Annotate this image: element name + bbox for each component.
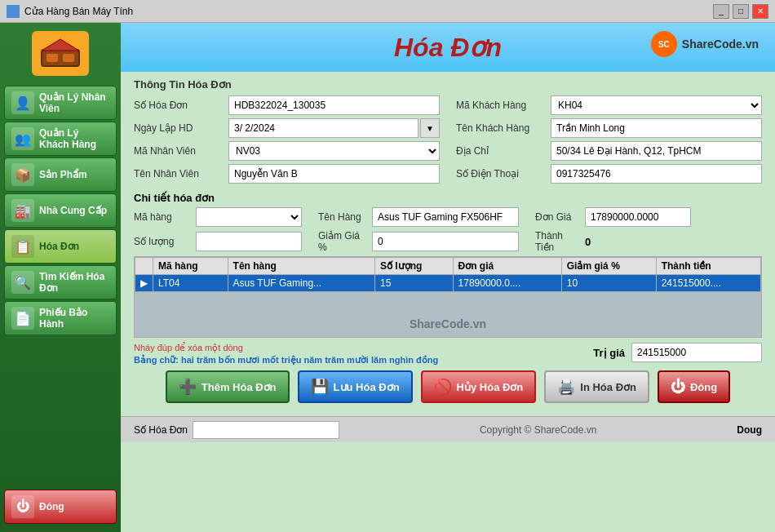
page-title: Hóa Đơn <box>394 32 502 63</box>
detail-table-wrapper: Mã hàng Tên hàng Số lượng Đơn giá Giảm g… <box>134 256 762 338</box>
ten-khach-hang-row: Tên Khách Hàng <box>456 118 762 138</box>
ten-khach-hang-label: Tên Khách Hàng <box>456 122 546 134</box>
col-thanh-tien: Thành tiền <box>656 258 760 275</box>
sidebar-label-nhan-vien: Quản Lý Nhân Viên <box>39 91 109 114</box>
sidebar-item-nhan-vien[interactable]: 👤 Quản Lý Nhân Viên <box>4 86 117 120</box>
copyright-text: Copyright © ShareCode.vn <box>346 424 730 436</box>
ma-hang-label: Mã hàng <box>134 211 191 223</box>
title-bar: Cửa Hàng Bán Máy Tính _ □ ✕ <box>0 0 775 23</box>
in-hoa-don-button[interactable]: 🖨️ In Hóa Đơn <box>544 370 649 403</box>
row-ma-hang: LT04 <box>153 275 228 292</box>
maximize-button[interactable]: □ <box>733 4 749 19</box>
minimize-button[interactable]: _ <box>713 4 729 19</box>
bottom-bar: Số Hóa Đơn Copyright © ShareCode.vn Doug <box>121 416 775 442</box>
ten-hang-col: Tên Hàng <box>318 207 519 227</box>
dia-chi-input[interactable] <box>551 141 762 161</box>
giam-gia-label: Giảm Giá % <box>318 230 367 253</box>
sidebar-label-tim-kiem: Tìm Kiếm Hóa Đơn <box>39 271 109 294</box>
ten-khach-hang-input[interactable] <box>551 118 762 138</box>
dong-icon: ⏻ <box>671 379 685 396</box>
dong-button[interactable]: ⏻ Đóng <box>658 370 730 403</box>
logo-icon <box>40 38 81 70</box>
hint-area: Nháy đúp để xóa một dòng Bảng chữ: hai t… <box>134 343 438 370</box>
tim-kiem-icon: 🔍 <box>11 271 34 294</box>
bao-hanh-icon: 📄 <box>11 307 34 330</box>
col-ten-hang: Tên hàng <box>228 258 374 275</box>
form-right-col: Mã Khách Hàng KH04 Tên Khách Hàng Địa Ch… <box>456 95 762 187</box>
ngay-lap-input[interactable] <box>228 118 418 138</box>
sidebar-logo <box>32 31 89 76</box>
sidebar-label-bao-hanh: Phiếu Bảo Hành <box>39 307 109 330</box>
sidebar: 👤 Quản Lý Nhân Viên 👥 Quản Lý Khách Hàng… <box>0 23 121 532</box>
sidebar-item-hoa-don[interactable]: 📋 Hóa Đơn <box>4 229 117 264</box>
sidebar-item-nha-cung-cap[interactable]: 🏭 Nhà Cung Cấp <box>4 193 117 228</box>
them-label: Thêm Hóa Đơn <box>202 381 277 393</box>
ten-hang-label: Tên Hàng <box>318 211 367 223</box>
thong-tin-section-title: Thông Tin Hóa Đơn <box>134 78 762 91</box>
don-gia-label: Đơn Giá <box>535 211 580 223</box>
sidebar-item-tim-kiem[interactable]: 🔍 Tìm Kiếm Hóa Đơn <box>4 265 117 299</box>
huy-icon: 🚫 <box>434 378 452 396</box>
user-name: Doug <box>737 424 762 436</box>
them-icon: ➕ <box>179 378 197 396</box>
sharecode-text: ShareCode.vn <box>682 38 759 51</box>
form-grid: Số Hóa Đơn Ngày Lập HD ▼ Mã Nhân Viên <box>134 95 762 187</box>
thanh-tien-col: Thành Tiền 0 <box>535 230 591 253</box>
page-header: Hóa Đơn SC ShareCode.vn <box>121 23 775 72</box>
ngay-lap-wrapper: ▼ <box>228 118 440 138</box>
giam-gia-input[interactable] <box>372 232 519 251</box>
row-so-luong: 15 <box>374 275 453 292</box>
so-dien-thoai-input[interactable] <box>551 164 762 184</box>
window-controls: _ □ ✕ <box>713 4 768 19</box>
date-picker-button[interactable]: ▼ <box>420 118 440 138</box>
app-icon <box>7 5 20 18</box>
ngay-lap-label: Ngày Lập HD <box>134 122 224 134</box>
table-watermark: ShareCode.vn <box>410 317 486 330</box>
sidebar-item-san-pham[interactable]: 📦 Sản Phẩm <box>4 157 117 192</box>
luu-label: Lưu Hóa Đơn <box>334 381 400 393</box>
sidebar-item-khach-hang[interactable]: 👥 Quản Lý Khách Hàng <box>4 122 117 156</box>
dong-sidebar-icon: ⏻ <box>11 495 34 518</box>
ten-nhan-vien-input[interactable] <box>228 164 440 184</box>
so-dien-thoai-label: Số Điện Thoại <box>456 168 546 180</box>
giam-gia-col: Giảm Giá % <box>318 230 519 253</box>
bang-chu-text: Bảng chữ: hai trăm bốn mươi mốt triệu nă… <box>134 355 438 366</box>
so-hd-bottom-input[interactable] <box>193 421 339 439</box>
sidebar-dong-button[interactable]: ⏻ Đóng <box>4 490 117 524</box>
nhan-vien-icon: 👤 <box>11 91 34 114</box>
svg-rect-2 <box>63 54 74 62</box>
don-gia-input[interactable] <box>585 207 691 227</box>
row-ten-hang: Asus TUF Gaming... <box>228 275 374 292</box>
col-arrow <box>135 258 153 275</box>
tri-gia-label: Trị giá <box>593 347 625 359</box>
ma-hang-select[interactable] <box>196 207 302 227</box>
so-luong-input[interactable] <box>196 232 302 251</box>
hoa-don-icon: 📋 <box>11 235 34 258</box>
khach-hang-icon: 👥 <box>11 127 34 150</box>
so-hoa-don-input[interactable] <box>228 95 440 115</box>
them-hoa-don-button[interactable]: ➕ Thêm Hóa Đơn <box>166 370 290 403</box>
sidebar-label-san-pham: Sản Phẩm <box>39 169 87 180</box>
ten-hang-input[interactable] <box>372 207 519 227</box>
thanh-tien-value: 0 <box>585 236 591 248</box>
table-row[interactable]: ▶ LT04 Asus TUF Gaming... 15 17890000.0.… <box>135 275 761 292</box>
sidebar-bottom: ⏻ Đóng <box>4 490 117 524</box>
sidebar-item-bao-hanh[interactable]: 📄 Phiếu Bảo Hành <box>4 301 117 335</box>
form-area: Thông Tin Hóa Đơn Số Hóa Đơn Ngày Lập HD… <box>121 72 775 416</box>
in-icon: 🖨️ <box>557 378 575 396</box>
ma-nhan-vien-label: Mã Nhân Viên <box>134 145 224 157</box>
so-hoa-don-bottom: Số Hóa Đơn <box>134 421 339 439</box>
row-arrow: ▶ <box>135 275 153 292</box>
ma-khach-hang-row: Mã Khách Hàng KH04 <box>456 95 762 115</box>
huy-hoa-don-button[interactable]: 🚫 Hủy Hóa Đơn <box>421 370 537 403</box>
luu-hoa-don-button[interactable]: 💾 Lưu Hóa Đơn <box>298 370 413 403</box>
tri-gia-input[interactable] <box>631 343 762 362</box>
ma-khach-hang-select[interactable]: KH04 <box>551 95 762 115</box>
form-left-col: Số Hóa Đơn Ngày Lập HD ▼ Mã Nhân Viên <box>134 95 440 187</box>
don-gia-col: Đơn Giá <box>535 207 691 227</box>
row-giam-gia: 10 <box>561 275 656 292</box>
so-hoa-don-label: Số Hóa Đơn <box>134 100 224 111</box>
detail-table: Mã hàng Tên hàng Số lượng Đơn giá Giảm g… <box>135 257 761 292</box>
ma-nhan-vien-select[interactable]: NV03 <box>228 141 440 161</box>
close-button[interactable]: ✕ <box>752 4 768 19</box>
